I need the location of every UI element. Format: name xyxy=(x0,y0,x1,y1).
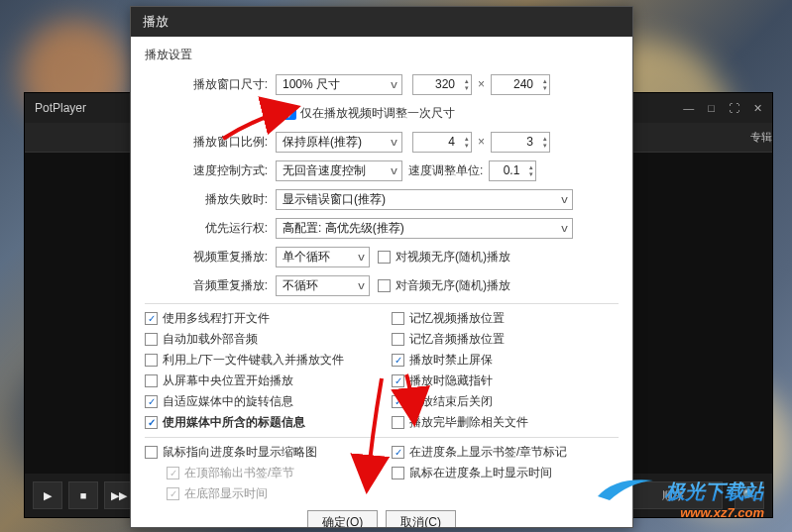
check-video-shuffle-label: 对视频无序(随机)播放 xyxy=(396,249,510,266)
select-priority[interactable]: 高配置: 高优先级(推荐) xyxy=(276,218,573,239)
dialog-title: 播放 xyxy=(131,7,632,37)
spin-speed-unit[interactable]: 0.1 xyxy=(489,160,536,181)
potplayer-title: PotPlayer xyxy=(35,101,86,115)
tab-album[interactable]: 专辑 xyxy=(750,130,772,145)
check-hide-cursor-label: 播放时隐藏指针 xyxy=(409,372,493,389)
check-close-after-label: 播放结束后关闭 xyxy=(409,393,493,410)
max-button[interactable]: □ xyxy=(708,102,715,115)
label-window-ratio: 播放窗口比例: xyxy=(145,134,276,151)
spin-ratio-b[interactable]: 3 xyxy=(491,132,550,153)
check-audio-shuffle[interactable] xyxy=(378,279,391,292)
label-audio-loop: 音频重复播放: xyxy=(145,277,276,294)
check-remember-audio-pos[interactable] xyxy=(392,333,404,346)
check-delete-after-label: 播放完毕删除相关文件 xyxy=(409,414,528,431)
section-title: 播放设置 xyxy=(145,47,619,63)
check-video-shuffle[interactable] xyxy=(378,251,391,264)
check-autoload-audio-label: 自动加载外部音频 xyxy=(163,331,258,348)
check-disable-screensaver[interactable] xyxy=(392,354,404,367)
stop-button[interactable]: ■ xyxy=(68,481,98,509)
check-use-title[interactable] xyxy=(145,416,158,429)
label-window-size: 播放窗口尺寸: xyxy=(145,76,276,93)
multiply-icon: × xyxy=(478,135,485,149)
check-use-title-label: 使用媒体中所含的标题信息 xyxy=(163,414,305,431)
select-window-size[interactable]: 100% 尺寸 xyxy=(276,74,402,95)
check-show-marks-label: 在进度条上显示书签/章节标记 xyxy=(409,444,567,461)
min-button[interactable]: — xyxy=(683,102,694,115)
check-hover-time[interactable] xyxy=(392,467,404,479)
check-prevnext-load-label: 利用上/下一文件键载入并播放文件 xyxy=(163,352,344,369)
check-autoload-audio[interactable] xyxy=(145,333,158,346)
check-center-start-label: 从屏幕中央位置开始播放 xyxy=(163,372,293,389)
check-resize-once-label: 仅在播放视频时调整一次尺寸 xyxy=(300,105,455,122)
check-top-bookmark-label: 在顶部输出书签/章节 xyxy=(184,465,294,481)
select-video-loop[interactable]: 单个循环 xyxy=(276,247,370,267)
label-speed-mode: 速度控制方式: xyxy=(145,162,276,179)
check-close-after[interactable] xyxy=(392,395,404,408)
spin-ratio-a[interactable]: 4 xyxy=(412,132,472,153)
settings-dialog: 播放 播放设置 播放窗口尺寸: 100% 尺寸 320 × 240 仅在播放视频… xyxy=(130,6,633,528)
check-multithread[interactable] xyxy=(145,312,158,325)
check-hover-thumb[interactable] xyxy=(145,446,158,459)
ok-button[interactable]: 确定(O) xyxy=(307,510,378,527)
check-disable-screensaver-label: 播放时禁止屏保 xyxy=(409,352,493,369)
search-icon[interactable]: 🔍 xyxy=(735,481,764,509)
label-video-loop: 视频重复播放: xyxy=(145,249,276,266)
play-button[interactable]: ▶ xyxy=(33,481,62,509)
check-resize-once[interactable] xyxy=(283,107,296,120)
check-remember-video-pos-label: 记忆视频播放位置 xyxy=(409,310,505,327)
label-on-fail: 播放失败时: xyxy=(145,191,276,208)
label-speed-unit: 速度调整单位: xyxy=(408,162,483,179)
select-window-ratio[interactable]: 保持原样(推荐) xyxy=(276,132,402,153)
cancel-button[interactable]: 取消(C) xyxy=(386,510,456,527)
check-prevnext-load[interactable] xyxy=(145,354,158,367)
check-remember-audio-pos-label: 记忆音频播放位置 xyxy=(409,331,505,348)
select-speed-mode[interactable]: 无回音速度控制 xyxy=(276,160,402,181)
play-order-select[interactable]: 顺序 xyxy=(623,481,723,509)
spin-width[interactable]: 320 xyxy=(412,74,472,95)
check-center-start[interactable] xyxy=(145,374,158,387)
check-multithread-label: 使用多线程打开文件 xyxy=(163,310,270,327)
check-show-marks[interactable] xyxy=(392,446,404,459)
close-button[interactable]: ✕ xyxy=(753,102,762,115)
select-audio-loop[interactable]: 不循环 xyxy=(276,275,370,296)
check-delete-after[interactable] xyxy=(392,416,404,429)
check-audio-shuffle-label: 对音频无序(随机)播放 xyxy=(396,277,510,294)
spin-height[interactable]: 240 xyxy=(491,74,550,95)
check-bottom-time xyxy=(167,487,179,500)
check-auto-rotate[interactable] xyxy=(145,395,158,408)
check-bottom-time-label: 在底部显示时间 xyxy=(184,485,268,502)
fullscreen-button[interactable]: ⛶ xyxy=(729,102,739,115)
check-hover-thumb-label: 鼠标指向进度条时显示缩略图 xyxy=(163,444,317,461)
check-hide-cursor[interactable] xyxy=(392,374,404,387)
check-remember-video-pos[interactable] xyxy=(392,312,404,325)
check-hover-time-label: 鼠标在进度条上时显示时间 xyxy=(409,465,552,481)
label-priority: 优先运行权: xyxy=(145,220,276,237)
select-on-fail[interactable]: 显示错误窗口(推荐) xyxy=(276,189,573,210)
check-auto-rotate-label: 自适应媒体中的旋转信息 xyxy=(163,393,293,410)
check-top-bookmark xyxy=(167,467,179,479)
multiply-icon: × xyxy=(478,77,485,91)
